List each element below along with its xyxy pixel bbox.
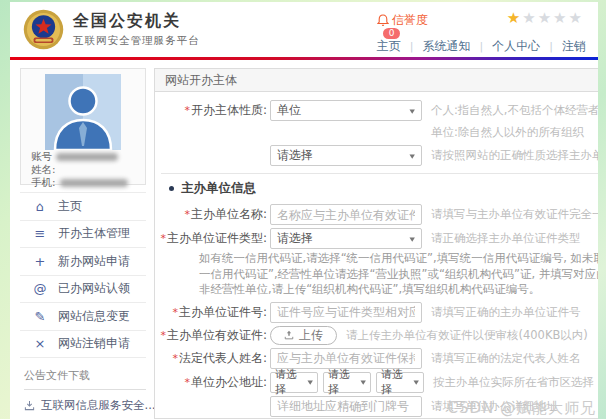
star-icon: ★	[553, 9, 568, 27]
province-select[interactable]: 请选择 ▼	[270, 372, 318, 393]
city-select[interactable]: 请选择 ▼	[323, 372, 371, 393]
nav-item-profile[interactable]: 个人中心	[471, 38, 541, 55]
org-name-label: *主办单位名称:	[155, 204, 267, 225]
cert-file-help: 请上传主办单位有效证件以便审核(400KB以内)	[346, 326, 588, 345]
upload-button[interactable]: 上传	[270, 326, 337, 345]
section-divider	[161, 173, 598, 174]
sidebar-item-site-claim[interactable]: @ 已办网站认领	[20, 276, 146, 304]
subject-nature-help: 个人:指自然人,不包括个体经营者 单位:除自然人以外的所有组织	[431, 100, 598, 142]
legal-name-input[interactable]	[270, 348, 422, 369]
office-address-help: 按主办单位实际所在省市区选择	[433, 372, 594, 393]
province-value: 请选择	[275, 367, 308, 397]
sidebar-item-site-cancellation[interactable]: × 网站注销申请	[20, 331, 146, 359]
sidebar-item-label: 已办网站认领	[58, 280, 130, 297]
sidebar: 账号 姓名: 手机: ⌂ 主页	[10, 60, 150, 419]
chevron-down-icon: ▼	[414, 379, 419, 385]
logo-text: 全国公安机关 互联网安全管理服务平台	[73, 11, 200, 48]
site-header: 全国公安机关 互联网安全管理服务平台 信誉度 ★★★★★ 0 主页 系统通知 个…	[10, 2, 598, 57]
nav-link-logout[interactable]: 注销	[562, 38, 586, 55]
site-title: 全国公安机关	[73, 11, 200, 32]
watermark: CSDN @赋能大师兄	[447, 399, 596, 418]
subject-nature-select[interactable]: 单位 ▼	[270, 100, 422, 121]
required-asterisk: *	[184, 208, 190, 221]
office-address-row: *单位办公地址: 请选择 ▼ 请选择 ▼ 请选择 ▼	[155, 372, 598, 393]
chevron-down-icon: ▼	[410, 235, 415, 241]
download-icon	[24, 400, 35, 411]
avatar	[45, 74, 121, 150]
credibility-label: 信誉度	[392, 12, 428, 29]
required-asterisk: *	[184, 104, 190, 117]
chevron-down-icon: ▼	[410, 107, 415, 113]
account-label: 账号	[31, 150, 52, 164]
org-name-help: 请填写与主办单位有效证件完全一致的名字	[431, 204, 598, 225]
cert-type-label: *主办单位证件类型:	[155, 228, 267, 249]
cert-type-select[interactable]: 请选择 ▼	[270, 228, 422, 249]
account-value-redacted	[56, 153, 118, 161]
announcement-downloads: 公告文件下载 互联网信息服务安全...	[20, 368, 146, 419]
star-icon: ★	[569, 9, 584, 27]
upload-button-label: 上传	[299, 327, 323, 344]
legal-name-help: 请填写正确的法定代表人姓名	[431, 348, 581, 369]
section-title-text: 主办单位信息	[181, 180, 256, 197]
profile-phone-row: 手机:	[21, 177, 145, 189]
sidebar-item-label: 开办主体管理	[58, 225, 130, 242]
subject-form: *开办主体性质: 单位 ▼ 个人:指自然人,不包括个体经营者 单位:除自然人以外…	[155, 92, 598, 419]
legal-name-label: *法定代表人姓名:	[155, 348, 267, 369]
cert-file-label: *主办单位有效证件:	[155, 326, 267, 345]
cert-number-input[interactable]	[270, 302, 422, 323]
required-asterisk: *	[172, 352, 178, 365]
nav-link-profile[interactable]: 个人中心	[492, 38, 540, 55]
help-line-unit: 单位:除自然人以外的所有组织	[431, 123, 598, 142]
site-logo: 全国公安机关 互联网安全管理服务平台	[22, 8, 200, 51]
office-address-label: *单位办公地址:	[155, 372, 267, 393]
profile-account-row: 账号	[21, 151, 145, 163]
subject-type-value: 请选择	[277, 147, 313, 164]
phone-value-redacted	[60, 179, 128, 187]
required-asterisk: *	[160, 329, 166, 342]
help-line-individual: 个人:指自然人,不包括个体经营者	[431, 100, 598, 121]
sidebar-item-new-site-application[interactable]: + 新办网站申请	[20, 248, 146, 276]
subject-type-help: 请按照网站的正确性质选择主办单位性质	[431, 145, 598, 166]
legal-name-row: *法定代表人姓名: 请填写正确的法定代表人姓名	[155, 348, 598, 369]
home-icon: ⌂	[32, 199, 48, 214]
org-name-input[interactable]	[270, 204, 422, 225]
nav-item-home[interactable]: 主页	[377, 38, 401, 55]
close-icon: ×	[32, 336, 48, 351]
subject-type-row: 请选择 ▼ 请按照网站的正确性质选择主办单位性质	[155, 145, 598, 166]
download-link-internet-info-service[interactable]: 互联网信息服务安全...	[24, 398, 146, 413]
address-detail-input[interactable]	[270, 396, 422, 417]
edit-icon: ✎	[32, 309, 48, 324]
page-background: 全国公安机关 互联网安全管理服务平台 信誉度 ★★★★★ 0 主页 系统通知 个…	[0, 0, 606, 419]
site-subject-panel: 网站开办主体 *开办主体性质: 单位 ▼ 个人:指自然人,不包括个体经营者 单位…	[154, 68, 598, 419]
top-nav: 主页 系统通知 个人中心 注销	[377, 38, 586, 55]
nav-link-notifications[interactable]: 系统通知	[423, 38, 471, 55]
org-info-section-title: 主办单位信息	[169, 180, 598, 197]
cert-number-label: *主办单位证件号:	[155, 302, 267, 323]
org-name-row: *主办单位名称: 请填写与主办单位有效证件完全一致的名字	[155, 204, 598, 225]
cert-type-row: *主办单位证件类型: 请选择 ▼ 请正确选择主办单位证件类型	[155, 228, 598, 249]
nav-item-logout[interactable]: 注销	[540, 38, 586, 55]
bullet-icon	[169, 186, 174, 191]
at-icon: @	[32, 281, 48, 296]
profile-name-row: 姓名:	[21, 164, 145, 176]
subject-nature-label: *开办主体性质:	[155, 100, 267, 121]
sidebar-item-home[interactable]: ⌂ 主页	[20, 193, 146, 221]
list-icon: ≡	[32, 226, 48, 241]
panel-title: 网站开办主体	[155, 69, 598, 92]
downloads-title: 公告文件下载	[20, 368, 146, 383]
subject-type-select[interactable]: 请选择 ▼	[270, 145, 422, 166]
star-icon: ★	[522, 9, 537, 27]
credibility-rating: ★★★★★	[507, 9, 584, 27]
subject-nature-value: 单位	[277, 102, 301, 119]
subject-nature-row: *开办主体性质: 单位 ▼ 个人:指自然人,不包括个体经营者 单位:除自然人以外…	[155, 100, 598, 142]
district-value: 请选择	[381, 367, 414, 397]
name-label: 姓名:	[31, 163, 56, 177]
sidebar-item-site-info-change[interactable]: ✎ 网站信息变更	[20, 303, 146, 331]
nav-item-notifications[interactable]: 系统通知	[401, 38, 471, 55]
upload-icon	[284, 330, 294, 340]
profile-card: 账号 姓名: 手机:	[20, 68, 146, 185]
required-asterisk: *	[160, 232, 166, 245]
district-select[interactable]: 请选择 ▼	[376, 372, 424, 393]
nav-link-home[interactable]: 主页	[377, 38, 401, 55]
sidebar-item-subject-management[interactable]: ≡ 开办主体管理	[20, 221, 146, 249]
